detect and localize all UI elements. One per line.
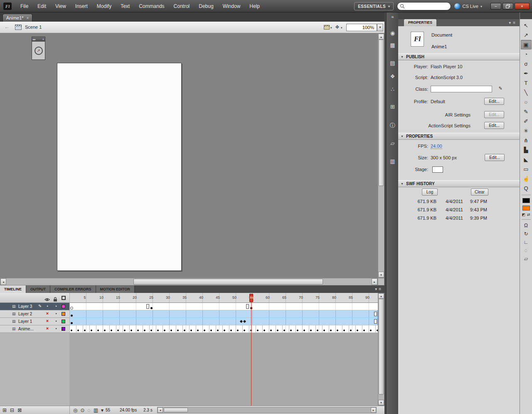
pen-tool[interactable]: ✒ <box>521 69 532 78</box>
scroll-down-button[interactable]: ▾ <box>378 400 384 405</box>
log-button[interactable]: Log <box>422 188 438 196</box>
layer-hidden-icon[interactable]: × <box>45 311 50 316</box>
search-box[interactable] <box>397 2 451 10</box>
frames-row-1[interactable] <box>70 303 378 310</box>
lasso-tool[interactable]: σ <box>521 59 532 69</box>
color-panel-icon[interactable]: ◉ <box>387 30 399 36</box>
bone-tool[interactable]: ⋔ <box>521 136 532 145</box>
frames-row-2[interactable] <box>70 310 378 318</box>
menu-text[interactable]: Text <box>116 0 134 12</box>
components-panel-icon[interactable]: ❖ <box>387 73 399 79</box>
library-panel-icon[interactable]: ▥ <box>387 158 399 164</box>
menu-modify[interactable]: Modify <box>92 0 116 12</box>
outline-all-layers-icon[interactable] <box>62 296 66 300</box>
menu-window[interactable]: Window <box>218 0 245 12</box>
document-tab[interactable]: Anime1* × <box>2 14 32 22</box>
transform-panel-icon[interactable]: ▱ <box>387 140 399 146</box>
tab-properties[interactable]: PROPERTIES <box>404 19 436 26</box>
scroll-up-button[interactable]: ▴ <box>378 293 384 299</box>
workspace-switcher[interactable]: ESSENTIALS ▾ <box>354 2 394 10</box>
align-panel-icon[interactable]: ⊞ <box>387 104 399 110</box>
properties-panel-menu[interactable]: ▾ ≡ <box>509 19 515 26</box>
3d-rotation-tool[interactable]: ◔ <box>521 50 532 59</box>
menu-file[interactable]: File <box>16 0 33 12</box>
layer-row-layer-1[interactable]: ▤Layer 1×• <box>0 318 69 325</box>
stage-area[interactable]: ▸▸ × ↗ <box>0 33 378 278</box>
motion-presets-panel-icon[interactable]: ∴ <box>387 86 399 92</box>
floating-panel-titlebar[interactable]: ▸▸ × <box>32 37 45 42</box>
document-name[interactable]: Anime1 <box>431 44 447 49</box>
swatches-panel-icon[interactable]: ▦ <box>387 42 399 48</box>
scale-icon[interactable]: ∟ <box>521 238 531 246</box>
playhead[interactable]: 55 <box>249 293 253 406</box>
paint-bucket-tool[interactable]: ▙ <box>521 145 532 155</box>
tab-motion-editor[interactable]: MOTION EDITOR <box>96 285 135 293</box>
show-hide-all-layers-icon[interactable] <box>44 296 50 303</box>
stage-canvas[interactable] <box>57 63 182 271</box>
minimize-button[interactable]: – <box>490 3 501 10</box>
layer-unlocked-dot[interactable]: • <box>54 312 58 316</box>
stroke-color-swatch[interactable] <box>522 198 530 203</box>
line-tool[interactable]: ╲ <box>521 88 532 97</box>
black-white-icon[interactable]: ◩ <box>522 213 525 217</box>
size-edit-button[interactable]: Edit... <box>485 154 505 161</box>
menu-commands[interactable]: Commands <box>134 0 169 12</box>
close-button[interactable]: × <box>515 3 530 10</box>
layer-outline-color-swatch[interactable] <box>62 327 65 331</box>
properties-section-header[interactable]: ▼ PROPERTIES <box>398 133 520 140</box>
hand-tool[interactable]: ☝ <box>521 174 532 183</box>
class-input[interactable] <box>431 86 492 92</box>
menu-view[interactable]: View <box>51 0 71 12</box>
layer-unlocked-dot[interactable]: • <box>54 304 58 308</box>
expand-dock-icon[interactable]: « <box>387 14 399 19</box>
subselection-tool[interactable]: ↗ <box>521 30 532 40</box>
oval-tool[interactable]: ○ <box>521 97 532 107</box>
section-collapse-icon[interactable]: ▼ <box>401 55 404 58</box>
stage-horizontal-scrollbar[interactable]: ◂ ▸ <box>0 278 378 285</box>
eyedropper-tool[interactable]: ◣ <box>521 155 532 164</box>
zoom-level-field[interactable]: 100% <box>346 24 377 31</box>
edit-scene-icon[interactable] <box>324 25 330 30</box>
scroll-up-button[interactable]: ▴ <box>378 34 384 40</box>
stage-vertical-scrollbar[interactable]: ▴ ▾ <box>378 33 384 278</box>
layer-outline-color-swatch[interactable] <box>62 305 65 308</box>
layer-row-anime[interactable]: ▤Anime...×• <box>0 325 69 333</box>
tab-close-icon[interactable]: × <box>27 16 29 20</box>
layer-visible-dot[interactable]: • <box>45 304 50 308</box>
new-layer-icon[interactable]: ⊞ <box>2 407 7 414</box>
layer-unlocked-dot[interactable]: • <box>54 327 58 331</box>
menu-edit[interactable]: Edit <box>33 0 51 12</box>
envelope-icon[interactable]: ◌ <box>521 246 531 255</box>
horizontal-scrollbar-thumb[interactable] <box>133 279 323 285</box>
tab-output[interactable]: OUTPUT <box>26 285 50 293</box>
scroll-left-button[interactable]: ◂ <box>158 407 163 413</box>
modify-markers-icon[interactable]: ▾ <box>101 407 103 414</box>
brush-tool[interactable]: ✐ <box>521 117 532 126</box>
stage-color-swatch[interactable] <box>432 166 443 173</box>
distort-icon[interactable]: ▱ <box>521 255 531 263</box>
menu-debug[interactable]: Debug <box>194 0 218 12</box>
free-transform-tool[interactable]: ▣ <box>521 40 532 50</box>
section-collapse-icon[interactable]: ▼ <box>401 182 404 185</box>
curve-arrow-icon[interactable]: ↗ <box>34 47 43 55</box>
edit-symbols-icon[interactable]: ❖ <box>335 24 340 30</box>
eraser-tool[interactable]: ▭ <box>521 164 532 174</box>
clear-button[interactable]: Clear <box>471 188 488 196</box>
section-collapse-icon[interactable]: ▼ <box>401 135 404 138</box>
cs-live-button[interactable]: CS Live ▾ <box>454 3 482 9</box>
scroll-down-button[interactable]: ▾ <box>378 272 384 278</box>
fill-color-swatch[interactable] <box>522 206 530 211</box>
floating-controller-panel[interactable]: ▸▸ × ↗ <box>32 37 45 60</box>
deco-tool[interactable]: ✳ <box>521 126 532 136</box>
zoom-tool[interactable]: Q <box>521 183 532 193</box>
back-arrow-icon[interactable]: ← <box>4 24 10 30</box>
delete-layer-icon[interactable]: ⊠ <box>17 407 22 414</box>
pencil-tool[interactable]: ✎ <box>521 107 532 117</box>
profile-edit-button[interactable]: Edit... <box>484 98 504 105</box>
onion-skin-icon[interactable]: ⊙ <box>80 407 84 414</box>
text-tool[interactable]: T <box>521 78 532 88</box>
lock-all-layers-icon[interactable] <box>53 296 57 303</box>
layer-outline-color-swatch[interactable] <box>62 312 65 316</box>
center-frame-icon[interactable]: ◎ <box>73 407 77 414</box>
actionscript-settings-edit-button[interactable]: Edit... <box>484 122 504 129</box>
